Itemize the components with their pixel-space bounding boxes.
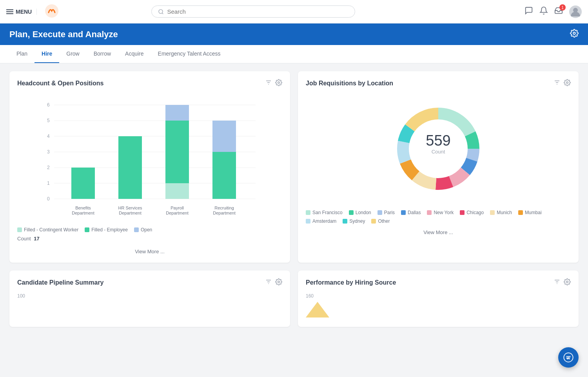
bar-chart-container: 0 1 2 3 4 5 6 Benefits Department	[17, 94, 282, 219]
pipeline-card-header: Candidate Pipeline Summary	[17, 278, 282, 287]
performance-settings-icon[interactable]	[564, 278, 571, 287]
svg-marker-62	[306, 302, 329, 317]
svg-text:4: 4	[47, 133, 50, 139]
legend-paris: Paris	[377, 210, 395, 215]
donut-legend: San Francisco London Paris Dallas New Yo…	[306, 210, 571, 224]
tab-grow[interactable]: Grow	[59, 45, 86, 63]
svg-text:Department: Department	[119, 211, 141, 215]
headcount-filter-icon[interactable]	[265, 79, 272, 88]
requisitions-controls	[554, 79, 571, 88]
headcount-controls	[265, 79, 282, 88]
nav-icons: 1	[524, 5, 582, 18]
pipeline-title: Candidate Pipeline Summary	[17, 279, 104, 286]
tab-bar: Plan Hire Grow Borrow Acquire Emergency …	[0, 45, 588, 63]
legend-chicago: Chicago	[460, 210, 484, 215]
performance-y-label: 160	[306, 293, 571, 299]
legend-dot-employee	[85, 227, 89, 232]
legend-san-francisco: San Francisco	[306, 210, 343, 215]
pipeline-controls	[265, 278, 282, 287]
page-title: Plan, Execute and Analyze	[9, 29, 118, 40]
donut-svg: 559 Count	[391, 102, 485, 196]
search-bar	[151, 5, 355, 18]
tab-emergency-talent-access[interactable]: Emergency Talent Access	[151, 45, 228, 63]
workday-logo[interactable]	[45, 4, 59, 20]
svg-rect-29	[165, 121, 189, 183]
notifications-icon[interactable]	[539, 6, 548, 17]
svg-text:HR Services: HR Services	[118, 206, 142, 210]
pipeline-settings-icon[interactable]	[275, 278, 282, 287]
svg-text:Department: Department	[166, 211, 188, 215]
search-input[interactable]	[167, 8, 348, 15]
tab-acquire[interactable]: Acquire	[118, 45, 151, 63]
svg-text:5: 5	[47, 118, 50, 123]
headcount-count-value: 17	[34, 236, 39, 242]
svg-rect-25	[118, 136, 142, 199]
performance-controls	[554, 278, 571, 287]
chat-fab-button[interactable]: W	[558, 347, 579, 368]
requisitions-settings-icon[interactable]	[564, 79, 571, 88]
inbox-badge: 1	[559, 4, 566, 11]
performance-card: Performance by Hiring Source 160	[298, 271, 579, 327]
search-icon	[158, 9, 164, 15]
legend-munich: Munich	[490, 210, 512, 215]
svg-point-1	[159, 9, 163, 13]
headcount-view-more: View More ...	[17, 248, 282, 255]
svg-rect-33	[212, 152, 236, 199]
requisitions-view-more-link[interactable]: View More ...	[423, 229, 453, 235]
page-header: Plan, Execute and Analyze	[0, 23, 588, 45]
bar-chart-svg: 0 1 2 3 4 5 6 Benefits Department	[17, 94, 282, 219]
tab-plan[interactable]: Plan	[9, 45, 34, 63]
requisitions-filter-icon[interactable]	[554, 79, 561, 88]
svg-text:Department: Department	[213, 211, 235, 215]
user-avatar[interactable]	[569, 5, 582, 18]
page-settings-icon[interactable]	[570, 29, 579, 40]
legend-london: London	[349, 210, 371, 215]
pipeline-filter-icon[interactable]	[265, 278, 272, 287]
headcount-card-header: Headcount & Open Positions	[17, 79, 282, 88]
svg-text:1: 1	[47, 180, 50, 186]
legend-mumbai: Mumbai	[518, 210, 542, 215]
performance-partial-triangle	[306, 302, 329, 317]
svg-text:Recruiting: Recruiting	[214, 206, 234, 210]
svg-rect-34	[212, 121, 236, 152]
donut-container: 559 Count	[306, 94, 571, 204]
menu-label: MENU	[16, 9, 32, 15]
headcount-card: Headcount & Open Positions	[9, 71, 290, 263]
headcount-view-more-link[interactable]: View More ...	[135, 249, 165, 254]
svg-rect-28	[165, 183, 189, 199]
performance-filter-icon[interactable]	[554, 278, 561, 287]
svg-text:W: W	[567, 356, 570, 360]
hamburger-icon	[6, 9, 13, 14]
svg-rect-30	[165, 105, 189, 121]
legend-filled-contingent: Filled - Contingent Worker	[17, 227, 78, 233]
legend-amsterdam: Amsterdam	[306, 218, 336, 224]
svg-rect-22	[71, 168, 95, 199]
legend-sydney: Sydney	[343, 218, 365, 224]
inbox-icon[interactable]: 1	[554, 6, 563, 17]
svg-text:Department: Department	[72, 211, 94, 215]
messages-icon[interactable]	[524, 6, 533, 17]
svg-point-7	[278, 82, 280, 84]
legend-new-york: New York	[427, 210, 454, 215]
performance-title: Performance by Hiring Source	[306, 279, 396, 286]
legend-dot-open	[134, 227, 139, 232]
menu-button[interactable]: MENU	[6, 9, 37, 15]
svg-text:Count: Count	[432, 149, 445, 155]
svg-text:559: 559	[426, 132, 450, 149]
headcount-title: Headcount & Open Positions	[17, 80, 103, 87]
pipeline-card: Candidate Pipeline Summary 100	[9, 271, 290, 327]
svg-text:6: 6	[47, 102, 50, 108]
tab-hire[interactable]: Hire	[34, 45, 59, 63]
chat-fab-icon: W	[563, 352, 574, 363]
svg-text:2: 2	[47, 165, 50, 170]
legend-open: Open	[134, 227, 152, 233]
svg-text:0: 0	[47, 196, 50, 202]
headcount-settings-icon[interactable]	[275, 79, 282, 88]
main-content: Headcount & Open Positions	[0, 63, 588, 335]
svg-text:3: 3	[47, 149, 50, 155]
legend-filled-employee: Filled - Employee	[85, 227, 128, 233]
tab-borrow[interactable]: Borrow	[87, 45, 118, 63]
svg-text:Payroll: Payroll	[171, 206, 184, 210]
svg-point-3	[573, 32, 575, 34]
requisitions-view-more: View More ...	[306, 229, 571, 236]
